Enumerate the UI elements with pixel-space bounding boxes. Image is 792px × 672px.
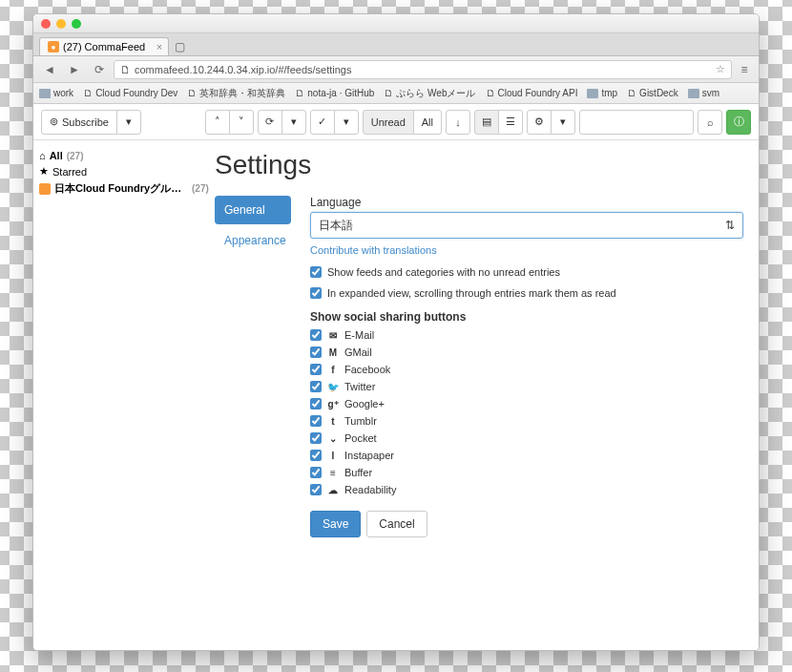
social-checkbox-pocket[interactable]: ⌄Pocket [310,432,743,444]
subscribe-caret[interactable]: ▾ [116,110,141,135]
bookmark-item[interactable]: tmp [587,88,617,98]
checkbox-input[interactable] [310,381,322,392]
search-input[interactable] [579,110,694,135]
google+-icon: g⁺ [327,398,339,410]
close-tab-icon[interactable]: × [156,41,162,52]
bookmark-star-icon[interactable]: ☆ [716,63,725,75]
sort-button[interactable]: ↓ [446,110,470,135]
checkbox-input[interactable] [310,467,322,478]
mark-read-button[interactable]: ✓ [310,110,335,135]
sidebar-item-starred[interactable]: ★ Starred [39,163,209,179]
sidebar-item-feed[interactable]: 日本Cloud Foundryグループ ブログ (27) [39,179,209,198]
social-checkbox-facebook[interactable]: fFacebook [310,364,743,375]
prev-button[interactable]: ˄ [205,110,230,135]
checkbox-show-feeds[interactable]: Show feeds and categories with no unread… [310,266,743,278]
settings-caret[interactable]: ▾ [551,110,575,135]
bookmark-item[interactable]: 🗋nota-ja · GitHub [295,88,374,98]
checkbox-input[interactable] [310,450,322,461]
checkbox-input[interactable] [310,484,322,495]
twitter-icon: 🐦 [327,381,339,392]
page-icon: 🗋 [486,88,495,98]
checkbox-expanded-mark-read[interactable]: In expanded view, scrolling through entr… [310,287,743,299]
language-select[interactable]: 日本語 ⇅ [310,212,743,239]
filter-unread[interactable]: Unread [363,110,414,135]
search-button[interactable]: ⌕ [698,110,722,135]
rss-icon: ● [48,41,59,52]
bookmark-label: 英和辞典・和英辞典 [199,87,285,100]
forward-button[interactable]: ► [64,60,85,79]
social-checkbox-google+[interactable]: g⁺Google+ [310,398,743,410]
social-label: Facebook [344,364,390,375]
tab-general-label: General [224,203,265,217]
social-checkbox-twitter[interactable]: 🐦Twitter [310,381,743,392]
page-icon: 🗋 [295,88,304,98]
view-list[interactable]: ☰ [498,110,523,135]
browser-tab[interactable]: ● (27) CommaFeed × [39,37,169,55]
social-checkbox-buffer[interactable]: ≡Buffer [310,467,743,478]
instapaper-icon: I [327,450,339,461]
cancel-button[interactable]: Cancel [366,511,427,537]
cancel-label: Cancel [379,517,414,531]
social-checkbox-tumblr[interactable]: tTumblr [310,415,743,427]
tab-appearance[interactable]: Appearance [215,226,291,255]
social-checkbox-gmail[interactable]: MGMail [310,346,743,358]
view-expanded[interactable]: ▤ [474,110,499,135]
bookmark-label: Cloud Foundry API [498,88,578,98]
social-checkbox-e-mail[interactable]: ✉E-Mail [310,329,743,341]
refresh-caret[interactable]: ▾ [281,110,306,135]
refresh-button[interactable]: ⟳ [258,110,282,135]
url-input[interactable]: 🗋 commafeed.10.244.0.34.xip.io/#/feeds/s… [114,60,732,79]
app: ⊚ Subscribe ▾ ˄ ˅ ⟳ ▾ ✓ ▾ Unread All [33,104,759,650]
tabstrip: ● (27) CommaFeed × ▢ [33,33,759,56]
social-label: Twitter [344,381,375,392]
reload-button[interactable]: ⟳ [89,60,110,79]
checkbox-input[interactable] [310,364,322,375]
e-mail-icon: ✉ [327,329,339,341]
bookmark-label: ぷらら Webメール [396,87,475,100]
contribute-link[interactable]: Contribute with translations [310,244,437,256]
checkbox-input[interactable] [310,346,322,358]
social-checkbox-readability[interactable]: ☁Readability [310,484,743,495]
hamburger-menu-icon[interactable]: ≡ [736,61,753,78]
page-icon: 🗋 [384,88,393,98]
new-tab-button[interactable]: ▢ [169,38,191,55]
gmail-icon: M [327,346,339,358]
tab-appearance-label: Appearance [224,234,286,247]
sidebar-item-all[interactable]: ⌂ All (27) [39,148,209,163]
bookmark-item[interactable]: work [39,88,73,98]
page-icon: 🗋 [83,88,93,98]
info-button[interactable]: ⓘ [726,110,751,135]
bookmark-item[interactable]: 🗋Cloud Foundry Dev [83,88,177,98]
sidebar-all-count: (27) [67,151,84,161]
tab-general[interactable]: General [215,196,291,224]
social-label: Buffer [344,467,372,478]
window-controls [41,19,81,29]
social-section-title: Show social sharing buttons [310,310,743,324]
save-button[interactable]: Save [310,511,361,537]
minimize-window-icon[interactable] [56,19,66,29]
back-button[interactable]: ◄ [39,60,60,79]
bookmark-item[interactable]: 🗋ぷらら Webメール [384,87,475,100]
next-button[interactable]: ˅ [229,110,254,135]
filter-all[interactable]: All [413,110,442,135]
bookmark-item[interactable]: 🗋GistDeck [627,88,678,98]
bookmarks-bar: work🗋Cloud Foundry Dev🗋英和辞典・和英辞典🗋nota-ja… [33,83,759,104]
tumblr-icon: t [327,415,339,427]
subscribe-button[interactable]: ⊚ Subscribe [41,110,117,135]
close-window-icon[interactable] [41,19,51,29]
checkbox-input[interactable] [310,287,322,299]
mark-read-caret[interactable]: ▾ [334,110,359,135]
settings-gear-button[interactable]: ⚙ [527,110,552,135]
checkbox-input[interactable] [310,329,322,341]
checkbox-input[interactable] [310,432,322,444]
checkbox-input[interactable] [310,398,322,410]
bookmark-label: Cloud Foundry Dev [95,88,177,98]
checkbox-input[interactable] [310,415,322,427]
checkbox-input[interactable] [310,266,322,278]
bookmark-item[interactable]: 🗋Cloud Foundry API [486,88,578,98]
page-icon: 🗋 [120,64,131,75]
maximize-window-icon[interactable] [72,19,81,29]
bookmark-item[interactable]: svm [688,88,719,98]
social-checkbox-instapaper[interactable]: IInstapaper [310,450,743,461]
bookmark-item[interactable]: 🗋英和辞典・和英辞典 [187,87,285,100]
